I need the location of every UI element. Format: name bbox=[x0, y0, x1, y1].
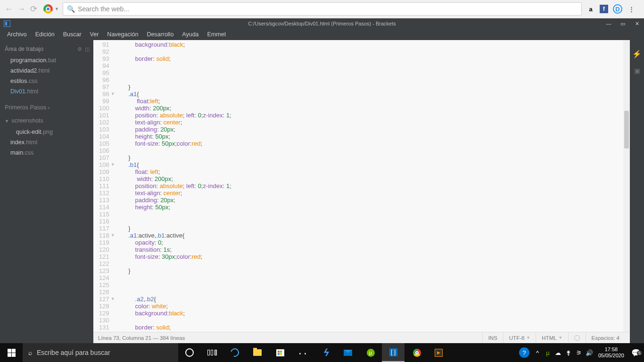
omnibox[interactable]: 🔍 Search the web... bbox=[63, 2, 582, 16]
encoding-selector[interactable]: UTF-8▼ bbox=[503, 332, 536, 344]
search-icon: ⌕ bbox=[28, 349, 32, 356]
store-icon bbox=[276, 349, 284, 356]
indent-setting[interactable]: Espacios: 4 bbox=[586, 332, 625, 344]
app-button[interactable]: ϟ bbox=[314, 343, 337, 362]
system-tray: ? ^ µ ☁ ⚵ ⚞ 🔊 17:5805/05/2020 💬5 bbox=[519, 343, 644, 362]
lightning-icon: ϟ bbox=[322, 347, 329, 358]
scroll-thumb[interactable] bbox=[624, 111, 629, 148]
notifications-button[interactable]: 💬5 bbox=[628, 348, 644, 357]
menu-icon[interactable]: ⋮ bbox=[627, 5, 636, 13]
live-preview-icon[interactable]: ⚡ bbox=[632, 49, 642, 58]
working-file[interactable]: programacion.bat bbox=[0, 55, 93, 66]
engine-dropdown-icon[interactable]: ▼ bbox=[55, 7, 59, 11]
lint-status[interactable] bbox=[568, 332, 586, 344]
dropbox-icon: ⬪⬪ bbox=[297, 348, 308, 358]
gear-icon[interactable]: ⚙ bbox=[77, 46, 82, 52]
menu-ayuda[interactable]: Ayuda bbox=[178, 30, 203, 39]
folder-item[interactable]: ▼ screenshots bbox=[0, 115, 93, 127]
menu-navegación[interactable]: Navegación bbox=[103, 30, 142, 39]
facebook-icon[interactable]: f bbox=[600, 5, 608, 13]
project-file[interactable]: quick-edit.png bbox=[0, 127, 93, 137]
mail-button[interactable] bbox=[337, 343, 359, 362]
browser-toolbar: ← → ⟳ ▼ 🔍 Search the web... a f D ⋮ bbox=[0, 0, 644, 18]
back-icon[interactable]: ← bbox=[4, 4, 14, 14]
circle-icon bbox=[574, 335, 580, 341]
right-toolbar: ⚡ ▣ bbox=[630, 40, 644, 343]
folder-icon bbox=[253, 349, 262, 356]
clock[interactable]: 17:5805/05/2020 bbox=[594, 346, 628, 359]
explorer-button[interactable] bbox=[246, 343, 269, 362]
cursor-position[interactable]: Línea 73, Columna 21 bbox=[98, 335, 151, 341]
network-tray-icon[interactable]: ⚵ bbox=[563, 349, 574, 356]
edge-button[interactable] bbox=[223, 343, 246, 362]
cortana-button[interactable] bbox=[178, 343, 201, 362]
title-bar: C:/Users/sgcov/Desktop/Div01.html (Prime… bbox=[0, 18, 644, 29]
reload-icon[interactable]: ⟳ bbox=[28, 4, 39, 14]
brackets-icon: [ ] bbox=[389, 348, 397, 356]
working-file[interactable]: actividad2.html bbox=[0, 66, 93, 76]
cortana-icon bbox=[185, 348, 194, 357]
code-editor[interactable]: 9192939495969798▼99100101102103104105106… bbox=[93, 40, 630, 332]
menu-buscar[interactable]: Buscar bbox=[59, 30, 86, 39]
store-button[interactable] bbox=[269, 343, 291, 362]
working-file[interactable]: Div01.html bbox=[0, 86, 93, 97]
code-content[interactable]: background:black; border: solid; } .a1{ … bbox=[113, 40, 630, 332]
split-icon[interactable]: ◫ bbox=[85, 46, 90, 52]
brackets-taskbar-button[interactable]: [ ] bbox=[382, 343, 405, 362]
project-file[interactable]: main.css bbox=[0, 148, 93, 158]
insert-mode[interactable]: INS bbox=[482, 332, 503, 344]
help-icon[interactable]: ? bbox=[519, 347, 529, 358]
brackets-window: C:/Users/sgcov/Desktop/Div01.html (Prime… bbox=[0, 18, 644, 343]
edge-icon bbox=[229, 347, 241, 359]
forward-icon[interactable]: → bbox=[16, 4, 26, 14]
utorrent-button[interactable]: µ bbox=[359, 343, 382, 362]
start-button[interactable] bbox=[0, 343, 23, 362]
project-dropdown[interactable]: Primeros Pasos bbox=[0, 101, 93, 114]
menu-archivo[interactable]: Archivo bbox=[3, 30, 31, 39]
search-icon: 🔍 bbox=[67, 5, 75, 13]
disqus-icon[interactable]: D bbox=[613, 4, 622, 14]
amazon-icon[interactable]: a bbox=[586, 5, 595, 13]
minimize-button[interactable]: — bbox=[602, 18, 616, 29]
line-count: 384 líneas bbox=[160, 335, 185, 341]
windows-icon bbox=[8, 349, 16, 357]
task-view-icon bbox=[207, 350, 217, 355]
mail-icon bbox=[344, 350, 352, 356]
utorrent-tray-icon[interactable]: µ bbox=[543, 349, 553, 356]
chrome-taskbar-button[interactable] bbox=[405, 343, 427, 362]
chevron-down-icon: ▼ bbox=[5, 119, 9, 123]
taskbar-search[interactable]: ⌕Escribe aquí para buscar bbox=[23, 343, 178, 362]
project-file[interactable]: index.html bbox=[0, 137, 93, 148]
chrome-icon bbox=[43, 4, 53, 14]
brackets-app-icon bbox=[4, 20, 10, 27]
status-bar: Línea 73, Columna 21 — 384 líneas INS UT… bbox=[93, 332, 630, 343]
wifi-tray-icon[interactable]: ⚞ bbox=[574, 349, 584, 356]
working-file[interactable]: estilos.css bbox=[0, 76, 93, 86]
vertical-scrollbar[interactable] bbox=[623, 40, 630, 332]
taskbar: ⌕Escribe aquí para buscar ⬪⬪ ϟ µ [ ] ▶ ?… bbox=[0, 343, 644, 362]
play-icon: ▶ bbox=[435, 349, 443, 357]
close-button[interactable]: ✕ bbox=[630, 18, 644, 29]
dropbox-button[interactable]: ⬪⬪ bbox=[291, 343, 314, 362]
task-view-button[interactable] bbox=[201, 343, 223, 362]
utorrent-icon: µ bbox=[367, 349, 375, 357]
language-selector[interactable]: HTML▼ bbox=[536, 332, 568, 344]
menu-desarrollo[interactable]: Desarrollo bbox=[142, 30, 178, 39]
onedrive-tray-icon[interactable]: ☁ bbox=[553, 349, 563, 356]
sidebar: Área de trabajo ⚙◫ programacion.batactiv… bbox=[0, 40, 93, 343]
volume-tray-icon[interactable]: 🔊 bbox=[584, 349, 594, 356]
menu-emmet[interactable]: Emmet bbox=[203, 30, 231, 39]
extension-manager-icon[interactable]: ▣ bbox=[634, 67, 640, 74]
title-text: C:/Users/sgcov/Desktop/Div01.html (Prime… bbox=[248, 21, 396, 26]
editor-area: 9192939495969798▼99100101102103104105106… bbox=[93, 40, 630, 343]
menu-ver[interactable]: Ver bbox=[86, 30, 103, 39]
tray-chevron-icon[interactable]: ^ bbox=[532, 349, 543, 356]
extensions-area: a f D ⋮ bbox=[582, 4, 640, 14]
video-app-button[interactable]: ▶ bbox=[427, 343, 450, 362]
gutter: 9192939495969798▼99100101102103104105106… bbox=[93, 40, 113, 332]
maximize-button[interactable]: ▭ bbox=[616, 18, 630, 29]
chrome-icon bbox=[413, 349, 421, 357]
menu-edición[interactable]: Edición bbox=[31, 30, 59, 39]
working-files-header[interactable]: Área de trabajo ⚙◫ bbox=[0, 43, 93, 55]
menu-bar: ArchivoEdiciónBuscarVerNavegaciónDesarro… bbox=[0, 29, 644, 40]
